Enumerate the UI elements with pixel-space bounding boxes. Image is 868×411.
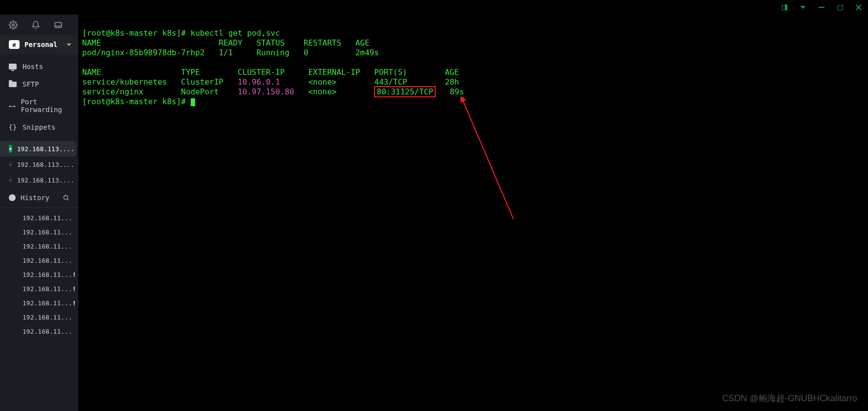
terminal-pane[interactable]: [root@k8s-master k8s]# kubectl get pod,s… (78, 15, 868, 411)
history-list: 192.168.11... 192.168.11... 192.168.11..… (0, 207, 78, 411)
history-item-label: 192.168.11... (22, 257, 72, 264)
terminal-prompt: [root@k8s-master k8s]# (82, 28, 191, 38)
terminal-output-ip: 10.97.150.80 (238, 87, 294, 96)
history-item[interactable]: 192.168.11... (0, 239, 78, 253)
history-item[interactable]: 192.168.11... (0, 310, 78, 324)
nav-sftp[interactable]: SFTP (0, 75, 78, 93)
titlebar (0, 0, 868, 15)
session-active-icon: ✶ (9, 145, 12, 153)
session-label: 192.168.113.... (17, 177, 74, 184)
history-item-label: 192.168.11... (22, 271, 72, 278)
history-item-label: 192.168.11... (22, 285, 72, 293)
workspace-label: Personal (24, 41, 57, 48)
terminal-output: NAME READY STATUS RESTARTS AGE (82, 38, 370, 47)
history-item[interactable]: 192.168.11... (0, 225, 78, 239)
history-header[interactable]: History (0, 188, 78, 207)
bell-icon[interactable] (31, 21, 40, 29)
history-item[interactable]: 192.168.11... (0, 324, 78, 339)
nav-section: Hosts SFTP Port Forwarding {} Snippets (0, 54, 78, 138)
sidebar-top-toolbar (0, 15, 78, 35)
chevron-down-icon (67, 44, 71, 46)
terminal-cursor (191, 98, 195, 106)
session-item[interactable]: ✶ 192.168.113.... (0, 157, 78, 172)
alert-icon: ! (72, 285, 76, 293)
terminal-output: pod/nginx-85b98978db-7rhp2 1/1 Running 0… (82, 48, 379, 57)
alert-icon: ! (72, 299, 76, 307)
split-panel-icon[interactable] (781, 4, 788, 11)
annotation-arrow (460, 97, 528, 224)
history-item[interactable]: 192.168.11... (0, 253, 78, 268)
terminal-output: service/kubernetes ClusterIP (82, 77, 238, 87)
terminal-output: NAME TYPE CLUSTER-IP EXTERNAL-IP PORT(S)… (82, 68, 459, 77)
history-item-label: 192.168.11... (22, 228, 72, 236)
session-icon: ✶ (9, 160, 12, 168)
hosts-icon (9, 63, 17, 70)
workspace-badge-icon: ⎚ (9, 40, 20, 49)
history-item[interactable]: 192.168.11... (0, 211, 78, 225)
session-icon: ✶ (9, 176, 12, 184)
close-icon[interactable] (855, 4, 862, 11)
port-forward-icon (9, 102, 15, 110)
search-icon[interactable] (63, 194, 69, 201)
annotation-highlight-box: 80:31125/TCP (374, 86, 436, 97)
sessions-group: ✶ 192.168.113.... ✶ 192.168.113.... ✶ 19… (0, 138, 78, 188)
session-item[interactable]: ✶ 192.168.113.... (0, 172, 78, 188)
braces-icon: {} (9, 123, 17, 131)
history-icon (9, 194, 16, 201)
panel-icon[interactable] (54, 21, 63, 29)
svg-line-4 (67, 199, 69, 201)
sidebar: ⎚ Personal Hosts SFTP Port Forwarding {}… (0, 15, 78, 411)
history-item-label: 192.168.11... (22, 328, 72, 335)
folder-icon (9, 80, 17, 88)
history-item-label: 192.168.11... (22, 314, 72, 321)
terminal-command: kubectl get pod,svc (191, 28, 280, 38)
terminal-output: <none> 443/TCP 28h (280, 77, 459, 87)
svg-line-5 (463, 100, 513, 219)
dropdown-icon[interactable] (800, 4, 806, 11)
watermark-text: CSDN @鲍海超-GNUBHCkalitarro (722, 393, 857, 403)
nav-snippets[interactable]: {} Snippets (0, 118, 78, 136)
nav-hosts[interactable]: Hosts (0, 58, 78, 75)
nav-port-forwarding[interactable]: Port Forwarding (0, 93, 78, 118)
history-item[interactable]: 192.168.11...! (0, 296, 78, 310)
svg-point-0 (12, 24, 15, 26)
nav-label: Port Forwarding (21, 98, 69, 114)
history-item-label: 192.168.11... (22, 299, 72, 307)
history-item[interactable]: 192.168.11...! (0, 268, 78, 282)
terminal-output: service/nginx NodePort (82, 87, 238, 96)
session-item[interactable]: ✶ 192.168.113.... (0, 141, 76, 157)
terminal-output: 89s (436, 87, 464, 96)
terminal-output: <none> (294, 87, 374, 96)
svg-rect-1 (55, 23, 62, 28)
workspace-selector[interactable]: ⎚ Personal (0, 35, 78, 54)
terminal-prompt: [root@k8s-master k8s]# (82, 97, 191, 106)
session-label: 192.168.113.... (17, 161, 74, 168)
session-label: 192.168.113.... (17, 145, 74, 153)
nav-label: Snippets (22, 123, 55, 131)
history-item-label: 192.168.11... (22, 243, 72, 250)
maximize-icon[interactable] (837, 4, 844, 11)
minimize-icon[interactable] (818, 4, 825, 11)
history-item[interactable]: 192.168.11...! (0, 282, 78, 296)
alert-icon: ! (72, 271, 76, 278)
history-label: History (21, 194, 49, 202)
terminal-output-ip: 10.96.0.1 (238, 77, 280, 87)
svg-point-3 (64, 195, 67, 199)
nav-label: SFTP (22, 80, 39, 88)
nav-label: Hosts (22, 63, 43, 70)
history-item-label: 192.168.11... (22, 214, 72, 222)
gear-icon[interactable] (9, 21, 18, 29)
